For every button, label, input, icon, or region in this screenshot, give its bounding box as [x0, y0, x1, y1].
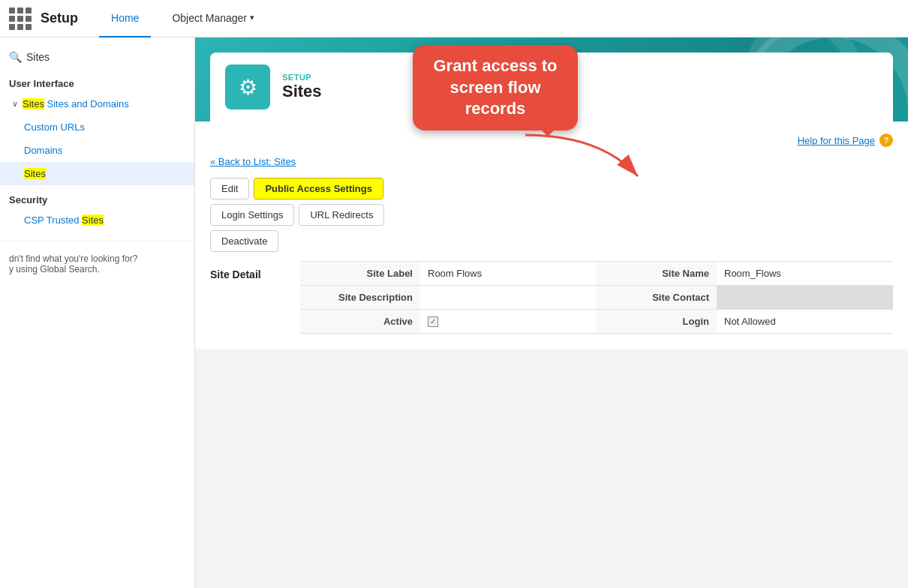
site-description-value	[420, 286, 597, 310]
site-icon: ⚙	[225, 64, 270, 110]
tooltip-arrow	[510, 128, 645, 188]
sidebar-section-user-interface: User Interface	[0, 69, 194, 92]
deactivate-button[interactable]: Deactivate	[210, 230, 278, 252]
sidebar-item-custom-urls[interactable]: Custom URLs	[0, 116, 194, 139]
chevron-down-icon: ∨	[12, 99, 18, 109]
search-input[interactable]	[26, 51, 185, 63]
active-header: Active	[300, 310, 420, 334]
sidebar-sites-highlight: Sites	[24, 168, 46, 179]
help-icon[interactable]: ?	[879, 134, 893, 147]
site-detail-section: Site Detail Site Label Room Flows Site N…	[210, 261, 893, 334]
site-name-header: Site Name	[597, 262, 717, 286]
help-link[interactable]: Help for this Page	[798, 135, 875, 146]
csp-sites-highlight: Sites	[82, 214, 104, 226]
site-label-value: Room Flows	[420, 262, 597, 286]
app-grid-icon[interactable]	[9, 8, 32, 30]
site-name-value: Room_Flows	[717, 262, 893, 286]
active-checkbox-cell: ✓	[420, 310, 597, 334]
site-contact-value: ████████	[717, 286, 893, 310]
sidebar-footer: dn't find what you're looking for? y usi…	[0, 241, 194, 286]
sidebar-item-sites[interactable]: Sites	[0, 162, 194, 185]
button-row-middle: Login Settings URL Redirects	[210, 204, 893, 226]
button-row-bottom: Deactivate	[210, 230, 893, 252]
highlighted-sites-text: Sites	[23, 98, 44, 110]
page-layout: 🔍 User Interface ∨ Sites Sites and Domai…	[0, 38, 908, 588]
tab-home[interactable]: Home	[99, 0, 151, 38]
back-link[interactable]: « Back to List: Sites	[210, 156, 296, 167]
chevron-down-icon: ▾	[250, 13, 254, 22]
app-title: Setup	[41, 10, 78, 26]
setup-label: SETUP	[282, 73, 322, 82]
sidebar-search-area: 🔍	[0, 45, 194, 69]
sidebar: 🔍 User Interface ∨ Sites Sites and Domai…	[0, 38, 195, 588]
login-settings-button[interactable]: Login Settings	[210, 204, 294, 226]
sidebar-section-security: Security	[0, 185, 194, 208]
site-header-text: SETUP Sites	[282, 73, 322, 101]
tab-object-manager[interactable]: Object Manager ▾	[160, 0, 266, 38]
login-header: Login	[597, 310, 717, 334]
sidebar-sites-and-domains-toggle[interactable]: ∨ Sites Sites and Domains	[0, 92, 194, 116]
search-icon: 🔍	[9, 51, 22, 63]
site-description-header: Site Description	[300, 286, 420, 310]
main-content: Grant access to screen flow records ⚙ SE…	[195, 38, 908, 588]
tooltip-bubble: Grant access to screen flow records	[413, 45, 578, 130]
edit-button[interactable]: Edit	[210, 178, 249, 200]
login-value: Not Allowed	[717, 310, 893, 334]
site-name-heading: Sites	[282, 82, 322, 101]
top-nav: Setup Home Object Manager ▾	[0, 0, 908, 38]
site-contact-header: Site Contact	[597, 286, 717, 310]
public-access-settings-button[interactable]: Public Access Settings	[254, 178, 383, 200]
site-detail-label: Site Detail	[210, 261, 285, 334]
sidebar-item-domains[interactable]: Domains	[0, 139, 194, 162]
site-label-header: Site Label	[300, 262, 420, 286]
url-redirects-button[interactable]: URL Redirects	[299, 204, 384, 226]
active-checkbox: ✓	[428, 316, 438, 327]
detail-grid: Site Label Room Flows Site Name Room_Flo…	[300, 261, 893, 334]
sidebar-item-csp-trusted-sites[interactable]: CSP Trusted Sites	[0, 208, 194, 232]
